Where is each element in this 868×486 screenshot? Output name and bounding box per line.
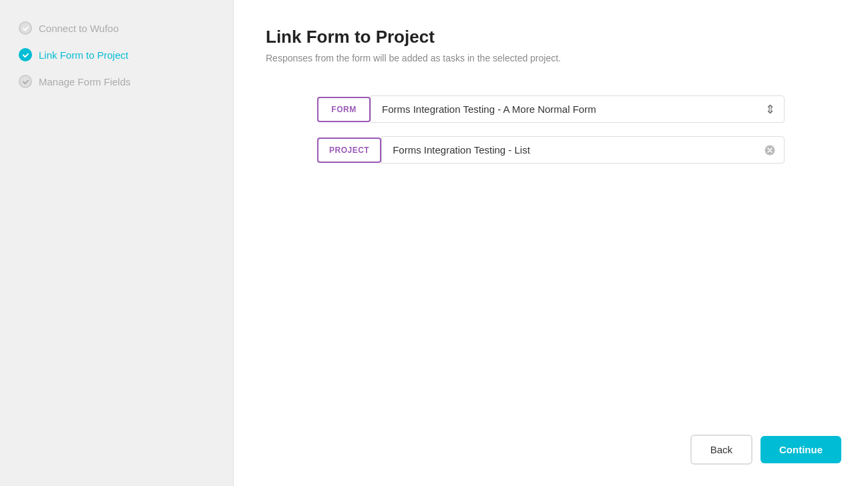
form-select[interactable]: Forms Integration Testing - A More Norma… <box>371 95 785 123</box>
continue-button[interactable]: Continue <box>761 436 841 463</box>
bottom-actions: Back Continue <box>690 435 841 465</box>
check-icon-manage-form-fields <box>19 75 32 88</box>
sidebar-item-label-link-form-project: Link Form to Project <box>39 49 128 61</box>
sidebar-item-label-connect-wufoo: Connect to Wufoo <box>39 23 119 34</box>
form-field-row: FORM Forms Integration Testing - A More … <box>317 95 785 123</box>
back-button[interactable]: Back <box>690 435 752 465</box>
check-icon-connect-wufoo <box>19 21 32 35</box>
page-subtitle: Responses from the form will be added as… <box>266 53 836 63</box>
form-select-wrapper: Forms Integration Testing - A More Norma… <box>371 95 785 123</box>
main-content: Link Form to Project Responses from the … <box>234 0 868 486</box>
form-label-box: FORM <box>317 97 371 122</box>
sidebar: Connect to Wufoo Link Form to Project Ma… <box>0 0 234 486</box>
project-input[interactable] <box>381 136 785 164</box>
page-title: Link Form to Project <box>266 27 836 47</box>
project-input-wrapper <box>381 136 785 164</box>
sidebar-item-link-form-project[interactable]: Link Form to Project <box>19 48 214 61</box>
project-field-row: PROJECT <box>317 136 785 164</box>
sidebar-item-manage-form-fields[interactable]: Manage Form Fields <box>19 75 214 88</box>
form-section: FORM Forms Integration Testing - A More … <box>317 95 785 164</box>
project-label-box: PROJECT <box>317 138 381 163</box>
sidebar-item-connect-wufoo[interactable]: Connect to Wufoo <box>19 21 214 35</box>
sidebar-item-label-manage-form-fields: Manage Form Fields <box>39 76 131 87</box>
check-icon-link-form-project <box>19 48 32 61</box>
clear-project-button[interactable] <box>762 142 778 158</box>
